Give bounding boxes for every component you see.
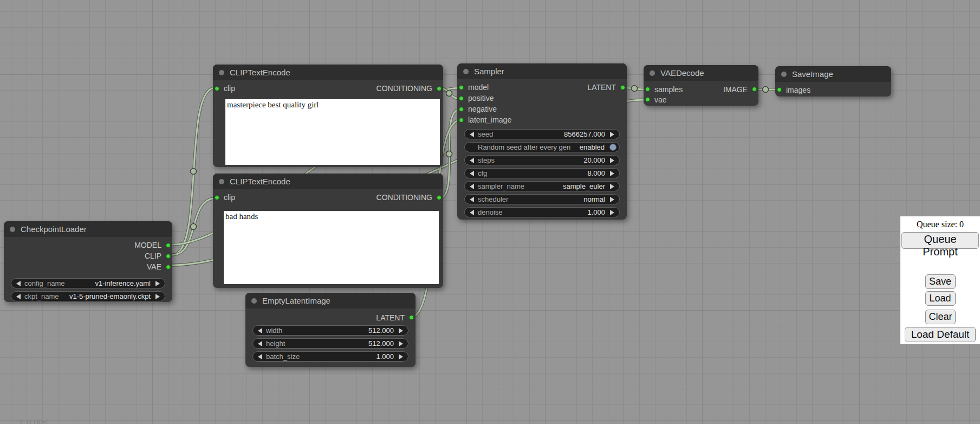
- link-midpoint-dot: [632, 86, 638, 92]
- decrement-arrow-icon[interactable]: [470, 197, 474, 202]
- output-port-model[interactable]: [166, 243, 171, 248]
- decrement-arrow-icon[interactable]: [258, 341, 262, 346]
- increment-arrow-icon[interactable]: [399, 354, 403, 359]
- node-graph-canvas[interactable]: CheckpointLoader MODEL CLIP VAE config_n…: [0, 0, 980, 424]
- node-title-bar[interactable]: VAEDecode: [644, 65, 758, 81]
- output-port-vae[interactable]: [166, 265, 171, 269]
- load-button[interactable]: Load: [925, 291, 956, 306]
- node-checkpoint-loader[interactable]: CheckpointLoader MODEL CLIP VAE config_n…: [4, 221, 172, 302]
- increment-arrow-icon[interactable]: [610, 197, 614, 202]
- output-port-conditioning[interactable]: [437, 195, 442, 200]
- collapse-dot-icon[interactable]: [219, 179, 224, 184]
- node-sampler[interactable]: Sampler model LATENT positive negative l…: [457, 63, 627, 220]
- widget-value: 8566257.000: [564, 130, 605, 138]
- node-title-bar[interactable]: CLIPTextEncode: [213, 65, 443, 80]
- input-label-positive: positive: [468, 94, 494, 102]
- node-title: VAEDecode: [660, 68, 704, 78]
- node-title: CLIPTextEncode: [230, 68, 290, 77]
- input-label-negative: negative: [468, 105, 497, 113]
- widget-height[interactable]: height 512.000: [252, 338, 408, 349]
- node-title: CheckpointLoader: [21, 224, 87, 234]
- collapse-dot-icon[interactable]: [251, 298, 257, 304]
- widget-steps[interactable]: steps 20.000: [464, 155, 620, 165]
- positive-prompt-textarea[interactable]: masterpiece best quality girl: [225, 99, 440, 165]
- node-clip-text-encode-negative[interactable]: CLIPTextEncode clip CONDITIONING bad han…: [213, 174, 443, 288]
- collapse-dot-icon[interactable]: [781, 72, 787, 77]
- output-port-image[interactable]: [752, 87, 757, 92]
- increment-arrow-icon[interactable]: [610, 132, 614, 137]
- decrement-arrow-icon[interactable]: [470, 158, 474, 163]
- increment-arrow-icon[interactable]: [155, 294, 160, 299]
- input-port-vae[interactable]: [645, 97, 650, 102]
- widget-ckpt-name[interactable]: ckpt_name v1-5-pruned-emaonly.ckpt: [11, 291, 165, 301]
- negative-prompt-textarea[interactable]: bad hands: [224, 211, 439, 284]
- widget-cfg[interactable]: cfg 8.000: [464, 168, 620, 178]
- node-title: CLIPTextEncode: [230, 177, 290, 186]
- input-port-negative[interactable]: [459, 107, 464, 112]
- toggle-dot-icon[interactable]: [609, 144, 616, 151]
- node-title-bar[interactable]: CheckpointLoader: [4, 221, 172, 237]
- decrement-arrow-icon[interactable]: [258, 354, 262, 359]
- input-port-clip[interactable]: [215, 195, 219, 200]
- node-empty-latent-image[interactable]: EmptyLatentImage LATENT width 512.000 he…: [245, 293, 416, 367]
- input-port-images[interactable]: [777, 87, 782, 92]
- widget-random-seed-toggle[interactable]: Random seed after every gen enabled: [464, 142, 620, 152]
- node-title: EmptyLatentImage: [262, 296, 330, 305]
- increment-arrow-icon[interactable]: [610, 158, 614, 163]
- node-title-bar[interactable]: CLIPTextEncode: [213, 174, 443, 189]
- widget-scheduler[interactable]: scheduler normal: [464, 194, 620, 204]
- output-label-clip: CLIP: [145, 252, 161, 260]
- collapse-dot-icon[interactable]: [10, 227, 15, 232]
- collapse-dot-icon[interactable]: [463, 69, 469, 74]
- input-port-model[interactable]: [459, 85, 464, 90]
- input-label-latent-image: latent_image: [468, 115, 511, 124]
- widget-value: normal: [583, 195, 605, 203]
- node-vae-decode[interactable]: VAEDecode samples IMAGE vae: [644, 65, 758, 106]
- decrement-arrow-icon[interactable]: [258, 328, 262, 333]
- output-port-clip[interactable]: [166, 254, 171, 259]
- queue-prompt-button[interactable]: Queue Prompt: [901, 232, 979, 249]
- decrement-arrow-icon[interactable]: [16, 281, 21, 286]
- save-button[interactable]: Save: [925, 274, 956, 289]
- widget-seed[interactable]: seed 8566257.000: [464, 129, 620, 139]
- link-midpoint-dot: [446, 151, 452, 157]
- output-label-image: IMAGE: [723, 85, 748, 94]
- decrement-arrow-icon[interactable]: [470, 210, 474, 215]
- output-label-model: MODEL: [134, 241, 161, 249]
- widget-sampler-name[interactable]: sampler_name sample_euler: [464, 181, 620, 191]
- increment-arrow-icon[interactable]: [399, 341, 403, 346]
- input-port-samples[interactable]: [645, 87, 650, 92]
- increment-arrow-icon[interactable]: [155, 281, 160, 286]
- increment-arrow-icon[interactable]: [610, 171, 614, 176]
- node-title-bar[interactable]: SaveImage: [775, 66, 891, 82]
- output-label-latent: LATENT: [587, 83, 616, 92]
- widget-name: sampler_name: [478, 182, 563, 190]
- widget-width[interactable]: width 512.000: [252, 325, 408, 336]
- node-save-image[interactable]: SaveImage images: [775, 66, 891, 97]
- output-port-latent[interactable]: [409, 315, 414, 320]
- increment-arrow-icon[interactable]: [399, 328, 403, 333]
- widget-batch-size[interactable]: batch_size 1.000: [252, 351, 408, 362]
- node-clip-text-encode-positive[interactable]: CLIPTextEncode clip CONDITIONING masterp…: [213, 65, 443, 167]
- node-title-bar[interactable]: Sampler: [457, 63, 627, 79]
- load-default-button[interactable]: Load Default: [905, 327, 976, 342]
- input-port-latent-image[interactable]: [459, 118, 464, 123]
- widget-name: steps: [478, 156, 583, 164]
- output-port-latent[interactable]: [620, 85, 625, 90]
- clear-button[interactable]: Clear: [925, 310, 956, 324]
- increment-arrow-icon[interactable]: [610, 184, 614, 189]
- decrement-arrow-icon[interactable]: [470, 132, 474, 137]
- increment-arrow-icon[interactable]: [610, 210, 614, 215]
- widget-value: 20.000: [583, 156, 605, 164]
- output-port-conditioning[interactable]: [437, 86, 442, 91]
- input-port-positive[interactable]: [459, 96, 464, 101]
- decrement-arrow-icon[interactable]: [16, 294, 21, 299]
- collapse-dot-icon[interactable]: [219, 70, 224, 75]
- widget-denoise[interactable]: denoise 1.000: [464, 207, 620, 217]
- widget-config-name[interactable]: config_name v1-inference.yaml: [11, 278, 165, 288]
- input-port-clip[interactable]: [215, 86, 219, 91]
- decrement-arrow-icon[interactable]: [470, 184, 474, 189]
- collapse-dot-icon[interactable]: [650, 70, 655, 76]
- decrement-arrow-icon[interactable]: [470, 171, 474, 176]
- node-title-bar[interactable]: EmptyLatentImage: [245, 293, 416, 309]
